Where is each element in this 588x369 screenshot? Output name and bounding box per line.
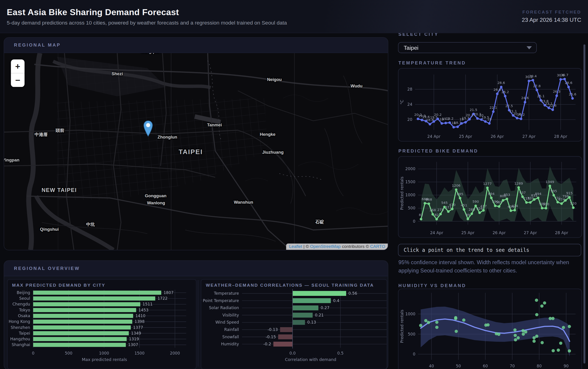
page-header: East Asia Bike Sharing Demand Forecast 5… — [0, 0, 588, 33]
svg-text:20.1: 20.1 — [466, 113, 473, 117]
svg-text:2000: 2000 — [405, 167, 416, 171]
svg-text:1307: 1307 — [128, 342, 138, 347]
svg-text:20: 20 — [407, 117, 412, 122]
svg-text:25.6: 25.6 — [569, 92, 576, 96]
svg-text:424: 424 — [512, 204, 518, 208]
svg-text:24 Apr: 24 Apr — [430, 230, 443, 235]
svg-text:2000: 2000 — [170, 351, 180, 356]
svg-text:545: 545 — [441, 201, 448, 205]
city-dropdown-value: Taipei — [404, 44, 419, 51]
city-dropdown[interactable]: Taipei — [398, 42, 537, 53]
svg-text:1500: 1500 — [134, 351, 145, 356]
svg-text:Seoul: Seoul — [19, 296, 30, 301]
svg-text:Shanghai: Shanghai — [12, 342, 30, 347]
leaflet-link[interactable]: Leaflet — [289, 244, 302, 249]
svg-text:Max predicted rentals: Max predicted rentals — [82, 357, 127, 362]
svg-text:894: 894 — [488, 192, 494, 196]
svg-text:1277: 1277 — [483, 182, 492, 186]
svg-text:Solar Radiation: Solar Radiation — [209, 306, 239, 310]
svg-text:915: 915 — [566, 191, 573, 195]
carto-link[interactable]: CARTO — [370, 244, 385, 249]
svg-text:1289: 1289 — [514, 181, 523, 185]
svg-text:28.6: 28.6 — [565, 81, 572, 85]
svg-text:590: 590 — [472, 199, 479, 203]
svg-text:0: 0 — [413, 352, 415, 356]
zoom-in-button[interactable]: + — [11, 60, 25, 73]
map-label: NEW TAIPEI — [42, 187, 77, 193]
svg-text:27 Apr: 27 Apr — [522, 134, 536, 139]
map-label: Wanlong — [147, 201, 165, 205]
temperature-trend-chart[interactable]: 20242824 Apr25 Apr26 Apr27 Apr28 Apr°C20… — [398, 68, 582, 141]
map-label: Jiuzhuang — [262, 150, 284, 154]
sidebar-scrollbar[interactable] — [583, 44, 585, 364]
svg-text:289: 289 — [469, 208, 475, 211]
svg-text:0.13: 0.13 — [307, 320, 316, 325]
svg-text:Osaka: Osaka — [18, 313, 30, 318]
svg-text:1206: 1206 — [452, 183, 461, 187]
regional-map-panel: REGIONAL MAP — [4, 37, 388, 250]
svg-text:Dew Point Temperature: Dew Point Temperature — [201, 298, 239, 303]
map-label: Yingpan — [4, 158, 19, 162]
svg-text:89: 89 — [466, 213, 470, 217]
map-label: 石碇 — [315, 219, 324, 225]
map-label: Wudu — [350, 83, 362, 88]
svg-text:25 Apr: 25 Apr — [459, 134, 472, 139]
svg-text:1000: 1000 — [405, 312, 416, 316]
svg-text:268: 268 — [430, 208, 436, 212]
svg-text:80: 80 — [537, 364, 542, 368]
svg-text:24: 24 — [407, 102, 412, 107]
svg-text:0.21: 0.21 — [315, 313, 324, 317]
select-city-label: SELECT CITY — [399, 33, 439, 37]
map-label: 中港厝 — [35, 132, 48, 138]
attribution-text: | © — [302, 244, 310, 249]
svg-text:565: 565 — [496, 200, 502, 204]
svg-text:520: 520 — [570, 201, 577, 205]
svg-text:25.1: 25.1 — [537, 94, 545, 98]
svg-text:50: 50 — [456, 364, 461, 368]
svg-text:995: 995 — [551, 189, 557, 193]
svg-text:Wind Speed: Wind Speed — [215, 320, 239, 325]
svg-text:Taipei: Taipei — [19, 331, 30, 336]
openstreetmap-link[interactable]: OpenStreetMap — [310, 244, 341, 249]
predicted-demand-chart[interactable]: 050010001500200024 Apr25 Apr26 Apr27 Apr… — [398, 156, 582, 238]
svg-text:0.4: 0.4 — [333, 298, 339, 303]
svg-text:21.5: 21.5 — [470, 108, 477, 112]
svg-text:0: 0 — [413, 219, 415, 224]
map-place-labels: GangqianSheziNeigouWuduTanmei中港厝頭前Zhongl… — [4, 53, 388, 250]
svg-text:19: 19 — [487, 117, 492, 121]
svg-text:853: 853 — [504, 193, 510, 197]
svg-text:-0.2: -0.2 — [263, 342, 271, 346]
svg-text:26 Apr: 26 Apr — [493, 230, 506, 235]
map-label: 頭前 — [56, 128, 64, 133]
map-label: Hengke — [260, 132, 275, 137]
svg-text:25 Apr: 25 Apr — [461, 230, 474, 235]
correlations-bar-chart: 0.00.5Temperature0.56Dew Point Temperatu… — [201, 288, 387, 364]
svg-text:0.56: 0.56 — [348, 291, 357, 296]
svg-text:1453: 1453 — [138, 308, 149, 312]
svg-text:70: 70 — [510, 364, 515, 368]
svg-text:30.4: 30.4 — [529, 74, 537, 78]
svg-text:22.5: 22.5 — [505, 104, 513, 108]
svg-text:26.3: 26.3 — [553, 90, 560, 93]
svg-text:Visibility: Visibility — [222, 313, 239, 317]
svg-text:20.2: 20.2 — [517, 113, 525, 117]
svg-text:1807: 1807 — [164, 290, 174, 295]
city-detail-sidebar: SELECT CITY Taipei TEMPERATURE TREND 202… — [393, 33, 587, 369]
svg-text:500: 500 — [65, 351, 72, 356]
map-label: Tanmei — [207, 123, 222, 127]
map-label: 中坑 — [86, 222, 95, 228]
map-label: Gongguan — [145, 193, 167, 198]
svg-text:500: 500 — [543, 202, 549, 206]
svg-text:26.8: 26.8 — [493, 88, 501, 91]
map-label: TAIPEI — [179, 148, 203, 156]
forecast-fetched-label: FORECAST FETCHED — [522, 10, 581, 14]
zoom-out-button[interactable]: − — [11, 73, 25, 87]
svg-text:24 Apr: 24 Apr — [427, 134, 441, 139]
svg-text:Correlation with demand: Correlation with demand — [285, 357, 336, 362]
svg-text:Hangzhou: Hangzhou — [10, 337, 30, 341]
detail-hint-box: Click a point on the trend to see detail… — [398, 244, 581, 256]
svg-text:-0.15: -0.15 — [266, 335, 276, 339]
map-canvas[interactable]: GangqianSheziNeigouWuduTanmei中港厝頭前Zhongl… — [4, 53, 388, 250]
map-marker-icon[interactable] — [143, 120, 153, 137]
page-title: East Asia Bike Sharing Demand Forecast — [7, 7, 287, 17]
